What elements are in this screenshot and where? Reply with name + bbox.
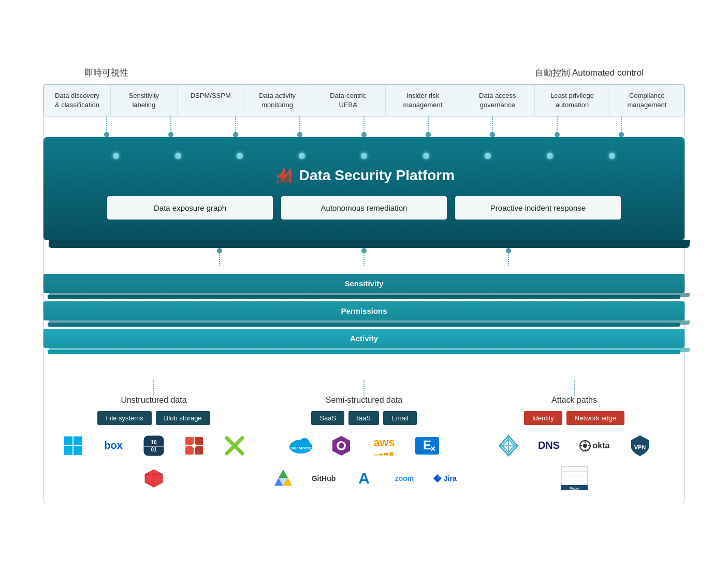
- jira-icon: [433, 474, 442, 483]
- iaas-tag: IaaS: [348, 411, 379, 425]
- unstructured-title: Unstructured data: [54, 396, 254, 405]
- semi-structured-tags: SaaS IaaS Email: [264, 411, 464, 425]
- svg-marker-1: [278, 170, 292, 183]
- header-cell-sensitivity-labeling: Sensitivitylabeling: [111, 85, 178, 116]
- zoom-logo: zoom: [386, 464, 423, 492]
- connector-1: [104, 116, 109, 137]
- semi-structured-logos: salesforce ⬡ aws: [264, 431, 464, 492]
- exchange-icon: E ✕: [414, 436, 440, 456]
- diamond-logo: [490, 431, 527, 460]
- exchange-logo: E ✕: [409, 431, 445, 460]
- visibility-section: Data discovery& classification Sensitivi…: [44, 85, 311, 116]
- svg-text:Proxy: Proxy: [570, 487, 579, 491]
- office365-logo: ⬡: [323, 431, 359, 460]
- xtools-icon: [224, 435, 245, 456]
- permissions-layer: Permissions: [43, 301, 685, 320]
- okta-icon: [579, 440, 591, 451]
- saas-tag: SaaS: [311, 411, 344, 425]
- tenone-logo: 10 01: [136, 431, 172, 460]
- connector-2: [168, 116, 173, 137]
- connector-6: [426, 116, 431, 137]
- layer-bars: Sensitivity Permissions Activity: [43, 274, 685, 354]
- svg-marker-36: [438, 474, 442, 478]
- platform-logo-icon: [273, 165, 294, 186]
- unstructured-tags: File systems Blob storage: [54, 411, 254, 425]
- svg-rect-5: [74, 446, 82, 455]
- windows-icon: [63, 435, 83, 456]
- automated-label: 自動控制 Automated control: [535, 67, 644, 79]
- activity-layer: Activity: [43, 329, 685, 348]
- svg-rect-11: [195, 437, 203, 445]
- aws-text: aws: [373, 436, 395, 449]
- platform-cards: Data exposure graph Autonomous remediati…: [54, 196, 674, 220]
- dns-text: DNS: [538, 440, 560, 451]
- sensitivity-layer: Sensitivity: [43, 274, 685, 293]
- connector-8: [555, 116, 560, 137]
- svg-text:10: 10: [151, 440, 157, 445]
- svg-text:01: 01: [151, 447, 157, 452]
- dns-logo: DNS: [531, 431, 567, 460]
- office365-icon: ⬡: [330, 435, 352, 457]
- unstructured-logos: box 10 01: [54, 431, 254, 492]
- identity-tag: Identity: [524, 411, 562, 425]
- header-cell-data-activity: Data activitymonitoring: [244, 85, 311, 116]
- network-edge-tag: Network edge: [566, 411, 624, 425]
- header-cell-insider-risk: Insider riskmanagement: [386, 85, 460, 116]
- svg-rect-2: [64, 436, 72, 445]
- file-systems-tag: File systems: [97, 411, 151, 425]
- aws-logo: aws ▁▂▃▄: [363, 431, 405, 460]
- connector-5: [361, 116, 367, 137]
- proxy-logo: Proxy: [556, 464, 592, 492]
- platform-card-exposure: Data exposure graph: [107, 196, 273, 220]
- blob-storage-tag: Blob storage: [156, 411, 210, 425]
- automated-section: Data-centricUEBA Insider riskmanagement …: [311, 85, 684, 116]
- svg-rect-4: [64, 446, 72, 455]
- vpn-icon: VPN: [628, 434, 652, 458]
- attack-paths-tags: Identity Network edge: [474, 411, 674, 425]
- platform-dot-2: [175, 153, 181, 159]
- azure-storage-logo: [136, 464, 172, 492]
- platform-dot-3: [237, 153, 243, 159]
- platform-dot-5: [361, 153, 367, 159]
- svg-rect-12: [185, 446, 194, 455]
- header-cell-compliance: Compliancemanagement: [610, 85, 684, 116]
- connector-3: [233, 116, 238, 137]
- jira-logo: Jira: [427, 464, 463, 492]
- header-cell-ueba: Data-centricUEBA: [311, 85, 386, 116]
- platform-card-remediation: Autonomous remediation: [281, 196, 447, 220]
- diamond-icon: [497, 434, 520, 458]
- bottom-connector-1: [217, 248, 222, 266]
- azure-logo: A: [346, 464, 382, 492]
- email-tag: Email: [383, 411, 417, 425]
- header-cell-data-access: Data accessgovernance: [460, 85, 535, 116]
- okta-logo: okta: [571, 431, 618, 460]
- svg-rect-6: [144, 436, 164, 456]
- platform-dot-1: [113, 153, 119, 159]
- platform-dot-8: [547, 153, 553, 159]
- visibility-label: 即時可視性: [84, 67, 128, 79]
- connector-7: [490, 116, 495, 137]
- tenone-icon: 10 01: [143, 435, 165, 457]
- connector-9: [619, 116, 624, 137]
- github-text: GitHub: [312, 474, 336, 483]
- azure-storage-icon: [143, 468, 164, 489]
- svg-point-42: [583, 444, 587, 448]
- attack-paths-logos: DNS okta: [474, 431, 674, 492]
- google-drive-logo: [265, 464, 301, 492]
- bottom-connector-2: [361, 248, 367, 266]
- google-drive-icon: [272, 467, 294, 489]
- platform-dot-7: [485, 153, 491, 159]
- header-cell-data-discovery: Data discovery& classification: [44, 85, 111, 116]
- header-cell-dspm: DSPM/SSPM: [178, 85, 244, 116]
- platform-block: Data Security Platform Data exposure gra…: [43, 137, 685, 240]
- svg-point-14: [192, 444, 196, 448]
- platform-dot-9: [609, 153, 615, 159]
- svg-rect-13: [195, 446, 203, 455]
- attack-paths-col: Attack paths Identity Network edge: [474, 380, 674, 492]
- xtools-logo: [216, 431, 253, 460]
- svg-rect-48: [561, 466, 588, 486]
- platform-title: Data Security Platform: [54, 165, 674, 186]
- puzzle-logo: [176, 431, 212, 460]
- attack-paths-title: Attack paths: [474, 396, 674, 405]
- header-section: Data discovery& classification Sensitivi…: [43, 84, 685, 116]
